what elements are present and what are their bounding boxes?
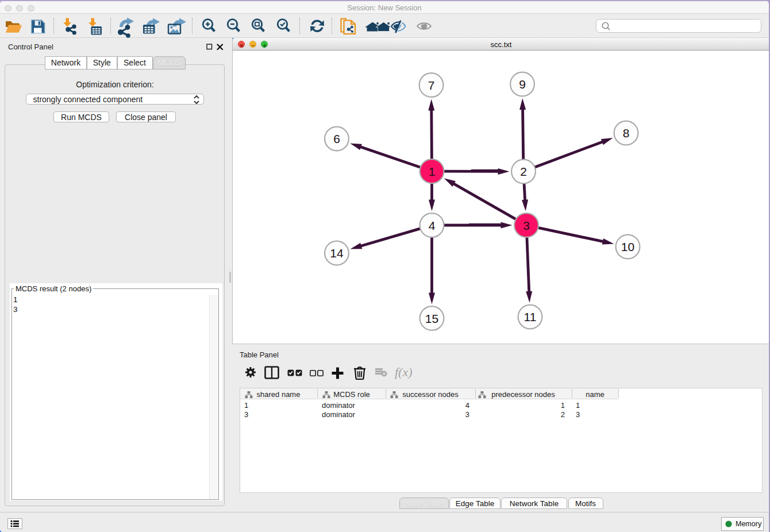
svg-text:9: 9 (519, 78, 526, 91)
svg-text:6: 6 (333, 132, 340, 145)
svg-text:14: 14 (330, 246, 344, 260)
svg-text:1: 1 (429, 165, 436, 178)
svg-text:2: 2 (520, 165, 527, 178)
svg-text:3: 3 (523, 219, 530, 232)
svg-text:8: 8 (623, 126, 630, 140)
svg-text:11: 11 (524, 310, 537, 323)
svg-text:7: 7 (428, 79, 435, 92)
svg-text:10: 10 (621, 240, 634, 253)
svg-text:15: 15 (425, 312, 438, 325)
svg-text:4: 4 (429, 219, 436, 232)
